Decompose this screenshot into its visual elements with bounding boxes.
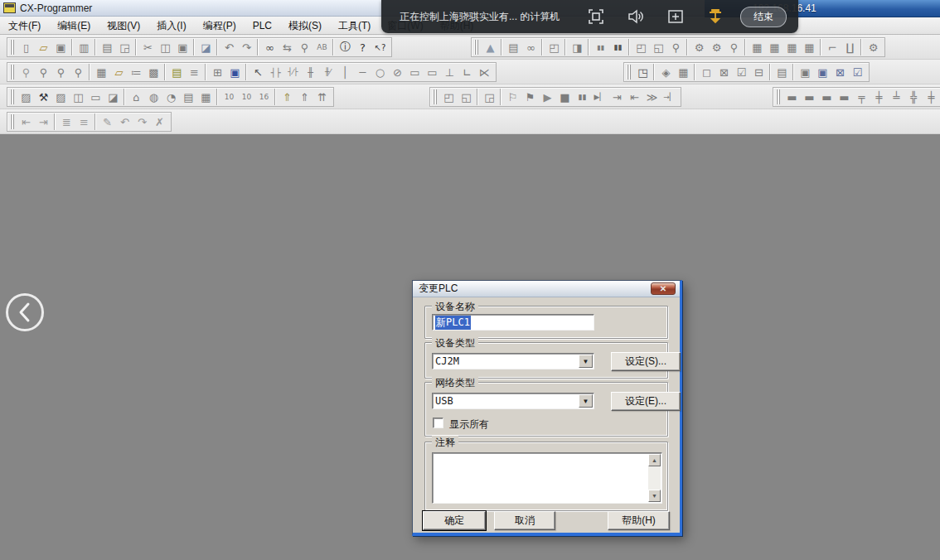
indent-icon[interactable]: ⇥ — [35, 113, 52, 130]
address-window-icon[interactable]: ▭ — [87, 89, 104, 105]
paste-icon[interactable]: ▣ — [174, 39, 191, 56]
menu-item-program[interactable]: 编程(P) — [195, 17, 245, 35]
download-program-icon[interactable]: ◰ — [632, 39, 650, 56]
pen-icon[interactable]: ✎ — [99, 113, 116, 130]
insert-symbol-icon[interactable]: ◻ — [698, 64, 715, 80]
vertical-line-icon[interactable]: │ — [337, 64, 354, 80]
add-window-icon[interactable] — [667, 8, 684, 25]
upload-program-icon[interactable]: ◱ — [650, 39, 667, 56]
device-type-settings-button[interactable]: 设定(S)... — [611, 352, 681, 371]
corner-tool-icon[interactable]: ∟ — [458, 64, 476, 80]
open-file-icon[interactable]: ▱ — [35, 39, 52, 56]
work-online-icon[interactable]: ▲ — [482, 39, 499, 56]
undo-icon[interactable]: ↶ — [220, 39, 238, 56]
network-type-select[interactable]: USB ▼ — [432, 393, 594, 409]
print-icon[interactable]: ▤ — [99, 39, 116, 56]
end-session-button[interactable]: 结束 — [740, 7, 787, 27]
coil-icon[interactable]: ○ — [371, 64, 389, 80]
decimal-10-icon[interactable]: 10 — [220, 89, 238, 105]
watch-close-icon[interactable]: ⊠ — [831, 64, 849, 80]
signed-10-icon[interactable]: 10 — [238, 89, 255, 105]
debug-monitor-icon[interactable]: ∞ — [522, 39, 540, 56]
monitor-bar2-icon[interactable]: ▬ — [801, 89, 818, 105]
io-table-icon[interactable]: ▩ — [145, 64, 162, 80]
stop-icon[interactable]: ■ — [556, 89, 574, 105]
ok-button[interactable]: 确定 — [423, 511, 486, 530]
project-window-icon[interactable]: ▨ — [17, 89, 35, 105]
force-cancel-icon[interactable]: ⇈ — [313, 89, 331, 105]
print-preview-icon[interactable]: ◲ — [116, 39, 133, 56]
run-icon[interactable]: ▶ — [539, 89, 556, 105]
pin-icon[interactable] — [707, 8, 724, 25]
back-button[interactable] — [6, 293, 44, 331]
compile-check-icon[interactable]: ▥ — [75, 39, 93, 56]
outdent-icon[interactable]: ⇤ — [17, 113, 35, 130]
comment-scrollbar[interactable]: ▲ ▼ — [648, 454, 661, 502]
toolbar-grip[interactable] — [627, 65, 632, 80]
edge-cut-icon[interactable]: ⚙ — [865, 39, 882, 56]
transfer-mode-icon[interactable]: ◨ — [569, 39, 586, 56]
replace-options-icon[interactable]: ⇆ — [279, 39, 296, 56]
device-name-input[interactable]: 新PLC1 — [432, 314, 594, 331]
force-on-icon[interactable]: ⇑ — [279, 89, 296, 105]
build-hammer-icon[interactable]: ⚒ — [35, 89, 52, 105]
paste-special-icon[interactable]: ◪ — [197, 39, 215, 56]
trace5-icon[interactable]: ╪ — [923, 89, 940, 105]
speaker-icon[interactable] — [627, 8, 644, 25]
mnemonic-view-icon[interactable]: ≡ — [186, 64, 203, 80]
menu-item-tools[interactable]: 工具(T) — [330, 17, 379, 35]
help-icon[interactable]: ? — [354, 39, 371, 56]
or-contact-closed-icon[interactable]: ╫⁄ — [319, 64, 337, 80]
shortcut-folder-icon[interactable]: ▱ — [110, 64, 128, 80]
toolbar-grip[interactable] — [10, 40, 16, 55]
compare-settings-icon[interactable]: ⚙ — [690, 39, 708, 56]
continuous-step-icon[interactable]: ≫ — [643, 89, 661, 105]
validate-symbol-icon[interactable]: ☑ — [733, 64, 750, 80]
toolbar-grip[interactable] — [433, 89, 439, 104]
toolbar-grip[interactable] — [10, 89, 16, 104]
search-window-icon[interactable]: ⚲ — [296, 39, 313, 56]
device-type-dropdown-arrow[interactable]: ▼ — [579, 355, 593, 368]
force-off-icon[interactable]: ⇑ — [296, 89, 313, 105]
scan-run-icon[interactable]: →▏ — [661, 89, 678, 105]
invert-icon[interactable]: ⊥ — [441, 64, 458, 80]
closed-coil-icon[interactable]: ⊘ — [389, 64, 406, 80]
verify-settings-icon[interactable]: ⚲ — [725, 39, 743, 56]
menu-item-insert[interactable]: 插入(I) — [148, 17, 194, 35]
close-button[interactable]: ✕ — [651, 282, 676, 295]
rung-wrap-icon[interactable]: ▦ — [197, 89, 215, 105]
monitor-bar4-icon[interactable]: ▬ — [836, 89, 853, 105]
sma-icon[interactable]: ⊞ — [209, 64, 226, 80]
cross-reference-icon[interactable]: ⌂ — [128, 89, 145, 105]
fullscreen-icon[interactable] — [588, 8, 604, 25]
watch-sheet-icon[interactable]: ▣ — [814, 64, 831, 80]
delete-symbol-icon[interactable]: ⊠ — [715, 64, 733, 80]
network-type-dropdown-arrow[interactable]: ▼ — [579, 394, 593, 408]
io-comment-icon[interactable]: ▤ — [180, 89, 197, 105]
network-type-settings-button[interactable]: 设定(E)... — [611, 392, 681, 411]
monitor-bar3-icon[interactable]: ▬ — [818, 89, 836, 105]
rack-verify-icon[interactable]: ▦ — [783, 39, 801, 56]
instruction-box2-icon[interactable]: ▭ — [424, 64, 441, 80]
monitor-clock-icon[interactable]: ◔ — [162, 89, 180, 105]
select-tool-icon[interactable]: ↖ — [250, 64, 267, 80]
zoom-out-icon[interactable]: ⚲ — [52, 64, 70, 80]
device-type-select[interactable]: CJ2M ▼ — [432, 353, 594, 369]
zoom-fit-icon[interactable]: ⚲ — [17, 64, 35, 80]
contact-open-icon[interactable]: ┤├ — [267, 64, 284, 80]
zoom-in-icon[interactable]: ⚲ — [70, 64, 87, 80]
compare-with-plc-icon[interactable]: ◲ — [481, 89, 498, 105]
watch-panel-icon[interactable]: ◫ — [70, 89, 87, 105]
find-icon[interactable]: ∞ — [261, 39, 279, 56]
toolbar-grip[interactable] — [776, 89, 782, 104]
pen-cancel-icon[interactable]: ✗ — [151, 113, 168, 130]
differential-step-icon[interactable]: ⌐ — [824, 39, 841, 56]
ladder-view-icon[interactable]: ▤ — [168, 64, 186, 80]
rack-config-icon[interactable]: ▦ — [749, 39, 766, 56]
dialog-titlebar[interactable]: 变更PLC ✕ — [413, 281, 680, 297]
symbol-table-icon[interactable]: ▤ — [773, 64, 791, 80]
pen-redo-icon[interactable]: ↷ — [133, 113, 151, 130]
pause-monitor-icon[interactable]: ▮▮ — [592, 39, 609, 56]
contact-closed-icon[interactable]: ┤⁄├ — [284, 64, 302, 80]
address-list-icon[interactable]: ≔ — [128, 64, 145, 80]
